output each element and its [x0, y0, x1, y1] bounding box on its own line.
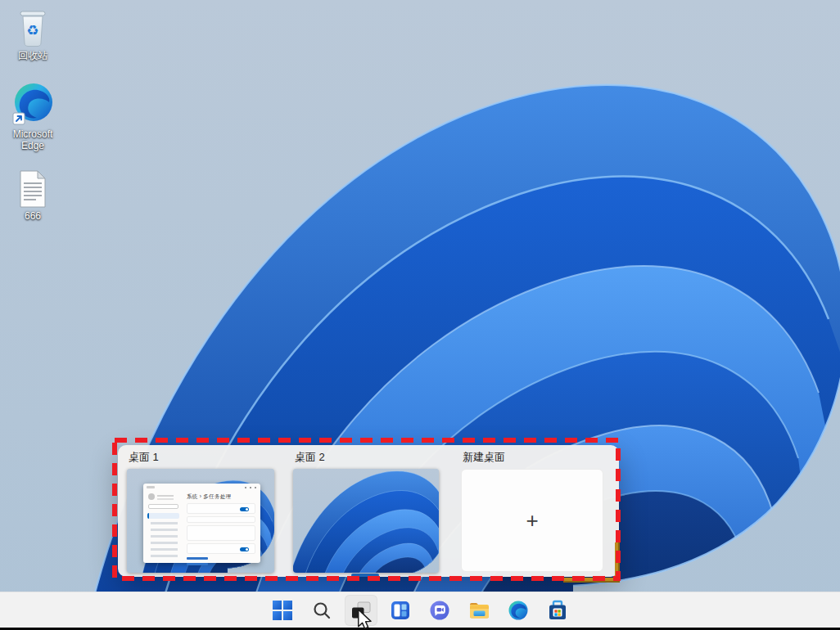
text-document-icon [2, 164, 64, 208]
settings-card [187, 503, 255, 514]
plus-icon: + [526, 510, 538, 531]
desktop-icon-label: 回收站 [2, 50, 64, 61]
settings-sidebar [147, 493, 181, 559]
task-view-button[interactable] [345, 595, 377, 626]
store-button[interactable] [541, 595, 574, 626]
microsoft-edge-icon [2, 82, 64, 126]
settings-window-thumbnail: 系统 › 多任务处理 [143, 484, 260, 563]
chat-icon [429, 600, 450, 621]
highlight-border-right [615, 542, 620, 583]
chat-button[interactable] [423, 595, 456, 626]
settings-card [187, 525, 255, 541]
search-button[interactable] [305, 595, 338, 626]
desktop-icon-label: Microsoft Edge [2, 128, 64, 151]
new-desktop-label: 新建桌面 [463, 450, 505, 465]
settings-selected-item [147, 513, 179, 519]
settings-link [187, 563, 208, 565]
settings-content: 系统 › 多任务处理 [187, 493, 255, 560]
widgets-button[interactable] [384, 595, 417, 626]
toggle-on [240, 547, 249, 551]
desktop-2-wallpaper [293, 469, 439, 573]
settings-breadcrumb: 系统 › 多任务处理 [187, 493, 255, 501]
highlight-border-bottom [563, 578, 620, 583]
desktop-1-thumbnail[interactable]: 系统 › 多任务处理 [127, 469, 274, 573]
settings-link [187, 557, 208, 560]
start-button[interactable] [266, 595, 299, 626]
microsoft-store-icon [547, 600, 568, 621]
search-icon [312, 601, 332, 620]
desktop-icon-recycle-bin[interactable]: ♻ 回收站 [2, 3, 64, 61]
settings-card [187, 516, 255, 523]
desktop-icon-label: 666 [2, 210, 64, 222]
settings-search-box [148, 504, 178, 509]
file-explorer-icon [468, 600, 490, 621]
task-view-icon [350, 600, 372, 621]
edge-icon [508, 600, 529, 621]
file-explorer-button[interactable] [463, 595, 495, 626]
settings-avatar [148, 493, 155, 500]
toggle-on [240, 507, 249, 511]
settings-titlebar [143, 484, 260, 491]
task-view-panel: 桌面 1 桌面 2 新建桌面 系统 › 多任务处理 [118, 445, 619, 577]
settings-card [187, 543, 255, 554]
active-desktop-indicator [351, 574, 379, 577]
taskbar-icons [0, 594, 840, 627]
desktop-2-thumbnail[interactable] [293, 469, 439, 573]
recycle-bin-icon: ♻ [2, 3, 64, 47]
new-desktop-button[interactable]: + [461, 469, 603, 572]
taskbar [0, 592, 840, 630]
desktop-1-label[interactable]: 桌面 1 [129, 450, 159, 465]
desktop-icon-microsoft-edge[interactable]: Microsoft Edge [2, 82, 64, 151]
settings-nav-list [151, 522, 178, 557]
edge-button[interactable] [502, 595, 535, 626]
windows-logo-icon [272, 600, 293, 621]
widgets-icon [390, 600, 411, 621]
svg-text:♻: ♻ [26, 22, 38, 38]
desktop-2-label[interactable]: 桌面 2 [295, 450, 325, 465]
desktop-icon-666[interactable]: 666 [2, 164, 64, 222]
desktop: ♻ 回收站 Microsoft Edge [0, 0, 840, 630]
